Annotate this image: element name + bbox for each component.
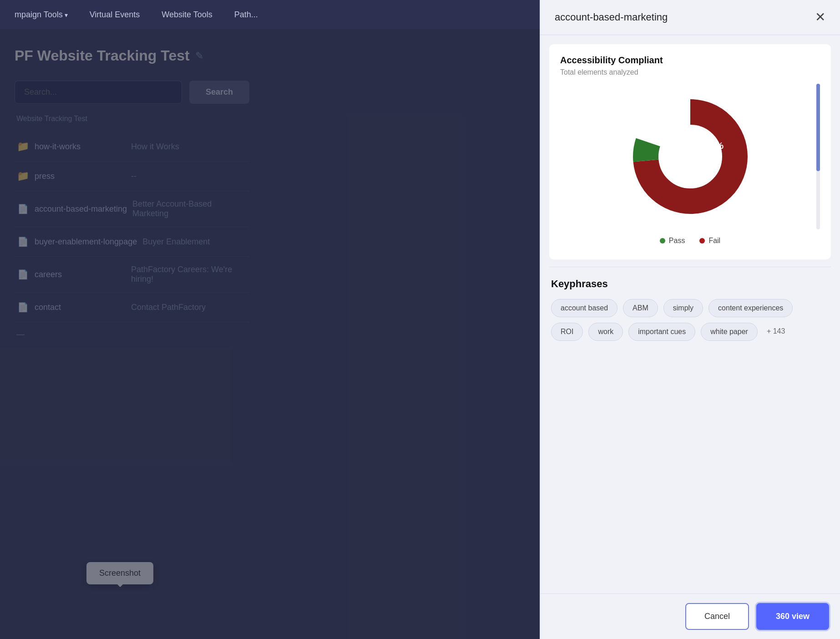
modal-panel: account-based-marketing ✕ Accessibility …: [540, 0, 840, 639]
modal-header: account-based-marketing ✕: [540, 0, 840, 35]
nav-item-campaign-tools[interactable]: mpaign Tools: [15, 10, 68, 20]
pass-dot: [660, 238, 665, 243]
modal-footer: Cancel 360 view: [540, 593, 840, 639]
modal-title: account-based-marketing: [555, 11, 668, 23]
keyphrase-tag[interactable]: ABM: [623, 299, 658, 317]
chart-section: Accessibility Compliant Total elements a…: [549, 44, 831, 259]
fail-pct-label: 93.8%: [663, 157, 691, 168]
nav-item-path[interactable]: Path...: [234, 10, 258, 20]
keyphrase-tag[interactable]: simply: [663, 299, 703, 317]
fail-dot: [699, 238, 705, 243]
keyphrase-tag[interactable]: work: [588, 323, 623, 341]
keyphrase-tag[interactable]: important cues: [628, 323, 695, 341]
fail-label: Fail: [708, 237, 720, 245]
cancel-button[interactable]: Cancel: [685, 603, 749, 630]
chart-legend: Pass Fail: [560, 229, 820, 248]
pass-pct-label: 6.3%: [702, 140, 724, 151]
view360-button[interactable]: 360 view: [756, 603, 829, 630]
close-button[interactable]: ✕: [815, 11, 825, 24]
svg-point-0: [646, 112, 735, 201]
modal-body[interactable]: Accessibility Compliant Total elements a…: [540, 35, 840, 593]
legend-fail: Fail: [699, 237, 720, 245]
keyphrase-tag[interactable]: white paper: [701, 323, 758, 341]
legend-pass: Pass: [660, 237, 685, 245]
pass-label: Pass: [669, 237, 685, 245]
keyphrases-section: Keyphrases account basedABMsimplycontent…: [540, 274, 840, 357]
keyphrases-title: Keyphrases: [551, 278, 829, 290]
nav-item-website-tools[interactable]: Website Tools: [162, 10, 212, 20]
keyphrase-tag[interactable]: account based: [551, 299, 617, 317]
keyphrase-tag[interactable]: ROI: [551, 323, 583, 341]
nav-item-virtual-events[interactable]: Virtual Events: [90, 10, 140, 20]
tags-row: account basedABMsimplycontent experience…: [551, 299, 829, 341]
keyphrase-extra-count: + 143: [763, 323, 789, 341]
chart-subtitle: Total elements analyzed: [560, 68, 820, 76]
scroll-thumb: [816, 84, 820, 171]
keyphrase-tag[interactable]: content experiences: [708, 299, 793, 317]
section-divider: [549, 267, 831, 267]
donut-svg: 93.8% 6.3%: [627, 93, 754, 220]
donut-chart-container: 93.8% 6.3%: [560, 84, 820, 229]
scroll-indicator[interactable]: [816, 84, 820, 229]
chart-title: Accessibility Compliant: [560, 55, 820, 66]
